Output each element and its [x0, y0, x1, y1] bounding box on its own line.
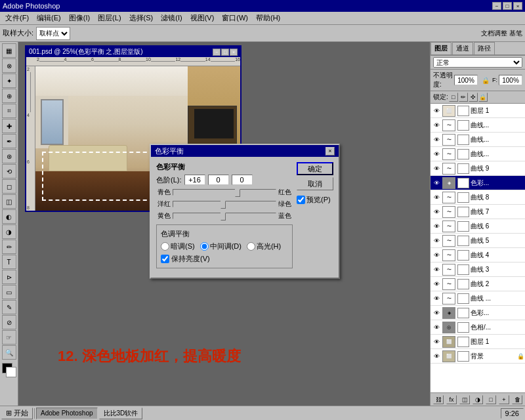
- tool-healing[interactable]: ✚: [2, 119, 16, 133]
- new-group-btn[interactable]: □: [486, 395, 496, 404]
- cancel-button[interactable]: 取消: [297, 177, 333, 190]
- menu-item-h[interactable]: 帮助(H): [252, 12, 284, 24]
- yellow-blue-track[interactable]: [173, 213, 276, 219]
- layer-item-4[interactable]: 👁〜曲线 9: [430, 161, 525, 176]
- sample-size-select[interactable]: 取样点: [36, 27, 70, 40]
- shadow-radio[interactable]: [161, 242, 169, 251]
- close-button[interactable]: ×: [513, 2, 522, 10]
- tool-dodge[interactable]: ◑: [2, 224, 16, 239]
- cyan-red-thumb[interactable]: [235, 189, 240, 197]
- layer-visibility-15[interactable]: 👁: [432, 323, 441, 332]
- layer-visibility-4[interactable]: 👁: [432, 164, 441, 173]
- minimize-button[interactable]: −: [492, 2, 501, 10]
- preserve-checkbox[interactable]: [161, 255, 169, 263]
- magenta-green-thumb[interactable]: [220, 201, 226, 209]
- layer-visibility-9[interactable]: 👁: [432, 236, 441, 245]
- layer-visibility-2[interactable]: 👁: [432, 135, 441, 144]
- layer-visibility-8[interactable]: 👁: [432, 222, 441, 231]
- tool-marquee[interactable]: ▦: [2, 43, 16, 58]
- layer-item-8[interactable]: 👁〜曲线 6: [430, 219, 525, 234]
- start-button[interactable]: ⊞ 开始: [1, 408, 33, 419]
- doc-maximize[interactable]: □: [221, 49, 229, 56]
- add-adjustment-btn[interactable]: ◑: [472, 395, 483, 404]
- layer-item-5[interactable]: 👁◈色彩...: [430, 176, 525, 190]
- layer-visibility-1[interactable]: 👁: [432, 121, 441, 130]
- taskbar-item-1[interactable]: 比比3D软件: [99, 408, 143, 419]
- menu-item-s[interactable]: 选择(S): [125, 12, 158, 24]
- layer-item-13[interactable]: 👁〜曲线 ...: [430, 291, 525, 306]
- panel-tab-1[interactable]: 通道: [452, 42, 473, 54]
- highlight-radio-item[interactable]: 高光(H): [247, 242, 281, 251]
- lock-paint-btn[interactable]: ✏: [459, 93, 468, 102]
- cyan-red-track[interactable]: [173, 189, 276, 196]
- highlight-radio[interactable]: [247, 242, 255, 251]
- layer-item-15[interactable]: 👁◎色相/...: [430, 320, 525, 335]
- fill-input[interactable]: [499, 75, 522, 85]
- level-input-1[interactable]: [184, 175, 205, 185]
- tool-zoom[interactable]: 🔍: [2, 345, 16, 360]
- blend-mode-select[interactable]: 正常: [433, 57, 522, 68]
- add-mask-btn[interactable]: ◫: [459, 395, 470, 404]
- lock-move-btn[interactable]: ✣: [469, 93, 478, 102]
- layer-visibility-16[interactable]: 👁: [432, 337, 441, 346]
- layer-item-9[interactable]: 👁〜曲线 5: [430, 234, 525, 248]
- tool-crop[interactable]: ⊕: [2, 89, 16, 103]
- layer-visibility-14[interactable]: 👁: [432, 308, 441, 318]
- layer-visibility-13[interactable]: 👁: [432, 294, 441, 303]
- lock-all-btn[interactable]: 🔒: [478, 93, 488, 102]
- tool-path[interactable]: ⊳: [2, 270, 16, 284]
- menu-item-v[interactable]: 视图(V): [186, 12, 219, 24]
- maximize-button[interactable]: □: [503, 2, 512, 10]
- doc-close[interactable]: ×: [230, 49, 238, 56]
- shadow-radio-item[interactable]: 暗调(S): [161, 242, 195, 251]
- tool-gradient[interactable]: ◫: [2, 194, 16, 209]
- tool-notes[interactable]: ✎: [2, 300, 16, 314]
- layer-item-1[interactable]: 👁〜曲线...: [430, 118, 525, 133]
- yellow-blue-thumb[interactable]: [220, 213, 226, 220]
- layer-item-10[interactable]: 👁〜曲线 4: [430, 248, 525, 262]
- layer-item-14[interactable]: 👁◈色彩...: [430, 306, 525, 320]
- tool-eyedropper[interactable]: ⊘: [2, 315, 16, 329]
- opacity-input[interactable]: [454, 75, 478, 85]
- layer-item-7[interactable]: 👁〜曲线 7: [430, 205, 525, 219]
- layer-item-3[interactable]: 👁〜曲线...: [430, 147, 525, 161]
- layer-item-2[interactable]: 👁〜曲线...: [430, 133, 525, 147]
- tool-blur[interactable]: ◐: [2, 209, 16, 224]
- midtone-radio[interactable]: [200, 242, 209, 251]
- tool-magic-wand[interactable]: ✦: [2, 74, 16, 88]
- tool-pen[interactable]: ✏: [2, 240, 16, 254]
- menu-item-f[interactable]: 文件(F): [1, 12, 33, 24]
- layer-item-16[interactable]: 👁⬜图层 1: [430, 335, 525, 349]
- preview-checkbox[interactable]: [297, 196, 305, 204]
- panel-tab-2[interactable]: 路径: [474, 42, 495, 54]
- tool-eraser[interactable]: ◻: [2, 179, 16, 194]
- layer-visibility-12[interactable]: 👁: [432, 280, 441, 289]
- tool-shape[interactable]: ▭: [2, 285, 16, 299]
- layer-visibility-17[interactable]: 👁: [432, 352, 441, 361]
- link-layers-btn[interactable]: ⛓: [433, 395, 444, 404]
- lock-transparent-btn[interactable]: □: [449, 93, 458, 102]
- taskbar-item-0[interactable]: Adobe Photoshop: [36, 408, 98, 419]
- midtone-radio-item[interactable]: 中间调(D): [200, 242, 242, 251]
- layer-item-11[interactable]: 👁〜曲线 3: [430, 262, 525, 277]
- tool-brush[interactable]: ✒: [2, 134, 16, 148]
- new-layer-btn[interactable]: +: [499, 395, 509, 404]
- magenta-green-track[interactable]: [173, 201, 276, 207]
- tool-slice[interactable]: ⌗: [2, 104, 16, 118]
- layer-item-17[interactable]: 👁⬜背景🔒: [430, 349, 525, 364]
- tool-text[interactable]: T: [2, 255, 16, 269]
- layer-visibility-10[interactable]: 👁: [432, 251, 441, 260]
- layer-visibility-0[interactable]: 👁: [432, 106, 441, 116]
- level-input-3[interactable]: [232, 175, 253, 185]
- menu-item-i[interactable]: 图像(I): [65, 12, 94, 24]
- tool-clone[interactable]: ⊛: [2, 149, 16, 163]
- menu-item-e[interactable]: 编辑(E): [33, 12, 65, 24]
- menu-item-i[interactable]: 滤镜(I): [157, 12, 186, 24]
- layer-item-0[interactable]: 👁⬜图层 1: [430, 104, 525, 118]
- layer-item-12[interactable]: 👁〜曲线 2: [430, 277, 525, 291]
- ok-button[interactable]: 确定: [297, 162, 333, 175]
- menu-item-l[interactable]: 图层(L): [94, 12, 125, 24]
- background-color[interactable]: [6, 367, 16, 377]
- layer-visibility-6[interactable]: 👁: [432, 193, 441, 202]
- tool-lasso[interactable]: ⊗: [2, 58, 16, 73]
